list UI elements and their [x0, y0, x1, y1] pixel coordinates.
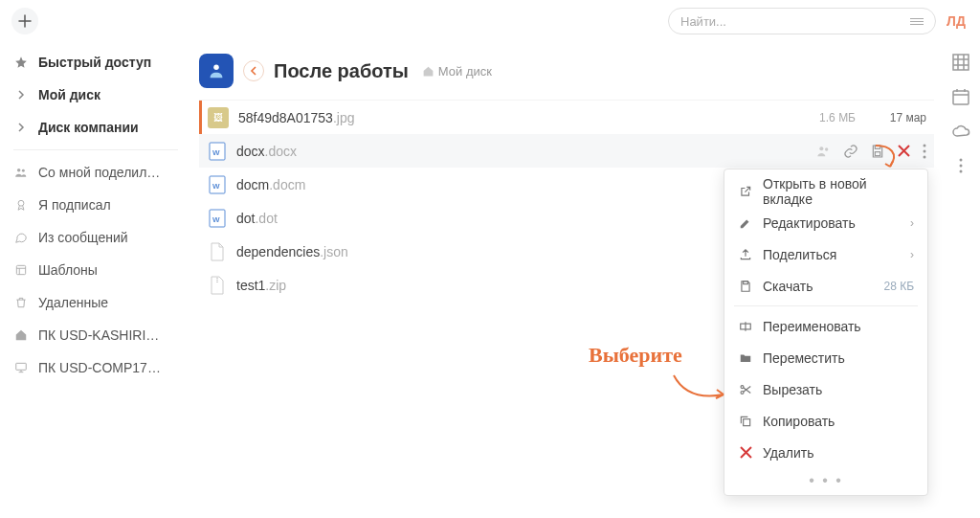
sidebar-item-mydisk[interactable]: Мой диск	[0, 79, 191, 111]
folder-app-icon	[199, 54, 234, 88]
add-button[interactable]	[11, 8, 38, 34]
sidebar-label: Со мной поделил…	[38, 165, 160, 180]
ctx-download[interactable]: Скачать 28 КБ	[724, 270, 927, 302]
sidebar-item-deleted[interactable]: Удаленные	[0, 286, 191, 319]
file-name: 58f49d8A01753.jpg	[238, 110, 779, 125]
sidebar-label: Удаленные	[38, 295, 108, 310]
svg-text:W: W	[212, 182, 220, 191]
file-name: docx.docx	[236, 144, 807, 159]
cloud-icon[interactable]	[950, 121, 971, 142]
breadcrumb[interactable]: Мой диск	[422, 64, 492, 79]
annotation-arrow-icon	[670, 372, 729, 404]
chevron-right-icon	[13, 123, 29, 132]
external-link-icon	[738, 185, 753, 198]
ctx-delete[interactable]: Удалить	[724, 437, 927, 468]
ctx-move[interactable]: Переместить	[724, 342, 927, 373]
divider	[734, 305, 918, 306]
context-menu: Открыть в новой вкладке Редактировать › …	[724, 169, 928, 496]
search-filter-icon[interactable]	[910, 18, 924, 25]
svg-rect-19	[953, 55, 969, 70]
ctx-label: Поделиться	[763, 247, 901, 262]
zip-icon	[208, 275, 227, 296]
award-icon	[13, 198, 29, 212]
svg-point-21	[960, 159, 963, 162]
sidebar-label: Диск компании	[38, 120, 139, 135]
folder-header: После работы Мой диск	[199, 42, 934, 100]
file-date: 17 мар	[865, 111, 926, 124]
monitor-icon	[13, 361, 29, 374]
sidebar-item-messages[interactable]: Из сообщений	[0, 221, 191, 254]
svg-point-0	[17, 169, 21, 172]
sidebar-label: Шаблоны	[38, 262, 98, 278]
svg-rect-24	[744, 281, 748, 283]
svg-point-2	[18, 200, 24, 206]
file-row[interactable]: W docx.docx	[199, 134, 934, 168]
share-icon	[738, 248, 753, 261]
ctx-rename[interactable]: Переименовать	[724, 310, 927, 342]
svg-text:W: W	[212, 148, 220, 157]
ctx-share[interactable]: Поделиться ›	[724, 238, 927, 270]
home-icon	[422, 65, 434, 78]
svg-point-5	[213, 65, 219, 71]
sidebar-item-quick[interactable]: Быстрый доступ	[0, 46, 191, 79]
sidebar: Быстрый доступ Мой диск Диск компании Со…	[0, 42, 191, 518]
word-icon: W	[208, 174, 227, 195]
ctx-label: Копировать	[763, 414, 914, 429]
delete-x-icon	[738, 446, 753, 459]
rename-icon	[738, 320, 753, 333]
ctx-more-icon[interactable]: • • •	[724, 468, 927, 489]
sidebar-item-pc1[interactable]: ПК USD-KASHIRI…	[0, 319, 191, 351]
ctx-label: Редактировать	[763, 215, 901, 231]
calendar-icon[interactable]	[950, 86, 971, 107]
search-placeholder: Найти...	[680, 14, 726, 29]
file-icon	[208, 241, 227, 262]
ctx-label: Вырезать	[763, 382, 914, 397]
copy-icon	[738, 415, 753, 428]
svg-text:W: W	[212, 215, 220, 224]
share-users-icon[interactable]	[816, 144, 832, 159]
user-avatar[interactable]: ЛД	[944, 13, 969, 29]
file-size: 1.6 МБ	[789, 111, 856, 124]
grid-view-icon[interactable]	[950, 52, 971, 73]
sidebar-item-templates[interactable]: Шаблоны	[0, 254, 191, 286]
ctx-cut[interactable]: Вырезать	[724, 373, 927, 405]
ctx-label: Удалить	[763, 445, 914, 461]
svg-rect-3	[16, 265, 25, 274]
ctx-label: Переименовать	[763, 319, 914, 334]
sidebar-label: ПК USD-KASHIRI…	[38, 327, 159, 343]
svg-point-22	[960, 165, 963, 168]
sidebar-item-company[interactable]: Диск компании	[0, 111, 191, 144]
ctx-size: 28 КБ	[883, 280, 914, 293]
ctx-edit[interactable]: Редактировать ›	[724, 207, 927, 238]
ctx-open-new-tab[interactable]: Открыть в новой вкладке	[724, 175, 927, 207]
ctx-label: Скачать	[763, 279, 868, 294]
divider	[13, 149, 178, 150]
sidebar-item-shared[interactable]: Со мной поделил…	[0, 156, 191, 189]
word-icon: W	[208, 208, 227, 229]
annotation-label: Выберите	[589, 343, 682, 368]
more-icon[interactable]	[923, 144, 926, 159]
file-row[interactable]: 🖼 58f49d8A01753.jpg 1.6 МБ 17 мар	[199, 101, 934, 134]
sidebar-item-signed[interactable]: Я подписал	[0, 189, 191, 221]
star-icon	[13, 56, 29, 69]
search-input[interactable]: Найти...	[668, 8, 936, 34]
svg-rect-4	[16, 363, 27, 370]
svg-point-9	[825, 147, 828, 150]
link-icon[interactable]	[843, 144, 858, 159]
ctx-label: Открыть в новой вкладке	[763, 176, 914, 207]
svg-point-23	[960, 170, 963, 173]
home-icon	[13, 328, 29, 342]
chevron-right-icon: ›	[910, 248, 914, 261]
sidebar-label: ПК USD-COMP17…	[38, 360, 161, 375]
scissors-icon	[738, 383, 753, 396]
sidebar-label: Мой диск	[38, 87, 100, 102]
sidebar-label: Я подписал	[38, 197, 111, 213]
more-vertical-icon[interactable]	[950, 155, 971, 176]
back-button[interactable]	[243, 60, 264, 81]
right-rail	[942, 42, 980, 518]
sidebar-item-pc2[interactable]: ПК USD-COMP17…	[0, 351, 191, 384]
annotation-arrow-icon	[871, 144, 909, 170]
ctx-copy[interactable]: Копировать	[724, 405, 927, 437]
word-icon: W	[208, 141, 227, 162]
template-icon	[13, 263, 29, 277]
